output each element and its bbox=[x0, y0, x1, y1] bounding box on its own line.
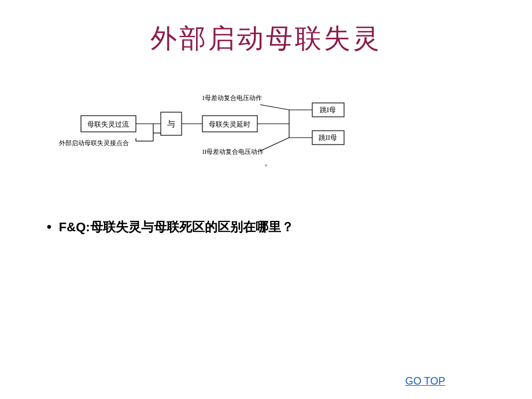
svg-text:母联失灵延时: 母联失灵延时 bbox=[209, 120, 250, 128]
svg-point-25 bbox=[265, 164, 267, 167]
faq-section: • F&Q:母联失灵与母联死区的区别在哪里？ bbox=[0, 219, 532, 236]
diagram-svg: 母联失灵过流 与 外部启动母联失灵接点合 母联失灵延时 I母差动复合电压动作 bbox=[46, 68, 486, 201]
faq-text: F&Q:母联失灵与母联死区的区别在哪里？ bbox=[59, 219, 294, 236]
bullet-icon: • bbox=[46, 219, 52, 235]
faq-label: F&Q: bbox=[59, 220, 90, 234]
go-top-link[interactable]: GO TOP bbox=[405, 375, 445, 387]
page-title: 外部启动母联失灵 bbox=[0, 0, 532, 57]
diagram-area: 母联失灵过流 与 外部启动母联失灵接点合 母联失灵延时 I母差动复合电压动作 bbox=[0, 68, 532, 201]
svg-text:II母差动复合电压动作: II母差动复合电压动作 bbox=[202, 148, 264, 155]
svg-text:跳II母: 跳II母 bbox=[319, 134, 337, 142]
svg-line-16 bbox=[260, 105, 289, 110]
svg-line-19 bbox=[260, 138, 289, 151]
svg-text:跳I母: 跳I母 bbox=[320, 106, 336, 114]
svg-text:母联失灵过流: 母联失灵过流 bbox=[87, 120, 129, 128]
faq-item: • F&Q:母联失灵与母联死区的区别在哪里？ bbox=[46, 219, 532, 236]
svg-text:外部启动母联失灵接点合: 外部启动母联失灵接点合 bbox=[59, 139, 129, 146]
svg-text:I母差动复合电压动作: I母差动复合电压动作 bbox=[202, 94, 262, 101]
svg-text:与: 与 bbox=[167, 120, 175, 128]
faq-question: 母联失灵与母联死区的区别在哪里？ bbox=[90, 220, 294, 234]
